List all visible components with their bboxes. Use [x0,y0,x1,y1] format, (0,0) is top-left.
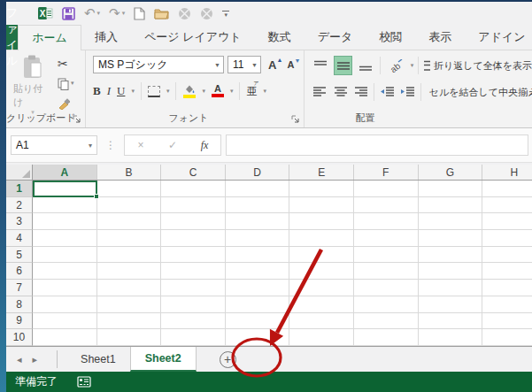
cell[interactable] [419,181,483,197]
cell[interactable] [289,280,354,296]
row-header[interactable]: 7 [6,280,33,296]
column-header[interactable]: F [354,165,419,180]
cell[interactable] [226,313,290,330]
cell[interactable] [354,313,419,330]
cell[interactable] [354,280,419,296]
cell[interactable] [419,296,483,313]
cell[interactable] [354,197,419,214]
name-box-dropdown-icon[interactable]: ▾ [89,142,92,150]
cell[interactable] [33,230,97,247]
row-header[interactable]: 6 [6,263,33,280]
redo-button[interactable]: ↷▾ [109,7,125,19]
cell[interactable] [482,197,532,214]
cell[interactable] [482,280,532,296]
cell[interactable] [97,296,162,313]
cell[interactable] [354,213,419,230]
cell[interactable] [226,197,290,214]
ribbon-tab[interactable]: 表示 [415,25,465,50]
cell[interactable] [161,213,226,230]
cell[interactable] [33,296,97,313]
row-header[interactable]: 5 [6,247,33,264]
font-name-dropdown-icon[interactable]: ▼ [214,62,220,68]
column-header[interactable]: G [419,165,483,180]
cell[interactable] [354,263,419,280]
cell[interactable] [161,247,226,264]
cell[interactable] [226,296,290,313]
tab-file[interactable]: ファイル [6,25,18,50]
align-left-button[interactable] [312,82,328,102]
font-color-dropdown-icon[interactable]: ▾ [230,88,234,95]
cell[interactable] [289,247,354,264]
decrease-indent-button[interactable] [379,82,395,102]
align-right-button[interactable] [353,82,369,102]
ribbon-tab[interactable]: アドイン [465,25,532,50]
cell[interactable] [289,263,354,280]
cell[interactable] [354,230,419,247]
macro-record-icon[interactable] [77,376,91,388]
cell[interactable] [482,230,532,247]
cell[interactable] [289,197,354,214]
bold-button[interactable]: B [93,84,101,98]
column-header[interactable]: D [226,165,290,180]
cell[interactable] [97,181,162,197]
cell[interactable] [354,181,419,197]
cell[interactable] [226,280,290,296]
phonetic-guide-button[interactable]: 亜 ア [246,84,257,99]
cell[interactable] [482,329,532,346]
orientation-dropdown-icon[interactable]: ▾ [411,62,414,69]
cell[interactable] [226,181,290,197]
fill-color-dropdown-icon[interactable]: ▾ [202,88,205,95]
enter-button[interactable]: ✓ [157,139,189,151]
column-header[interactable]: A [33,165,97,180]
cell[interactable] [33,213,97,230]
ribbon-tab[interactable]: 挿入 [81,25,131,50]
cell[interactable] [33,329,97,346]
cell[interactable] [419,230,483,247]
cell[interactable] [289,181,354,197]
orientation-button[interactable]: ab [384,56,405,75]
cut-button[interactable]: ✂ [58,57,74,71]
add-sheet-button[interactable]: + [220,351,236,368]
cell[interactable] [289,296,354,313]
column-header[interactable]: C [161,165,226,180]
save-button[interactable] [62,7,75,20]
cell[interactable] [161,296,226,313]
column-header[interactable]: H [482,165,532,180]
sheet-tab[interactable]: Sheet2 [130,347,197,372]
open-folder-button[interactable] [154,7,169,19]
cell[interactable] [97,313,162,330]
wrap-text-button[interactable]: 折り返して全体を表示 [423,59,532,73]
cell[interactable] [482,313,532,330]
sheet-nav-left-icon[interactable]: ◂ [6,347,33,372]
cell[interactable] [161,197,226,214]
cell[interactable] [289,313,354,330]
ribbon-tab[interactable]: 校閲 [366,25,415,50]
font-dialog-launcher-icon[interactable] [291,115,300,124]
cell[interactable] [482,263,532,280]
align-middle-button[interactable] [334,56,352,75]
cell[interactable] [97,329,162,346]
cell[interactable] [419,197,483,214]
row-header[interactable]: 4 [6,230,33,247]
cell[interactable] [354,247,419,264]
cell[interactable] [419,247,483,264]
cell[interactable] [419,329,483,346]
cell[interactable] [419,213,483,230]
borders-dropdown-icon[interactable]: ▾ [166,88,170,95]
formula-bar-resize-handle[interactable]: ⋮ [97,139,124,151]
sheet-nav-right-icon[interactable]: ▸ [33,347,49,372]
cell[interactable] [161,329,226,346]
active-cell-selection[interactable] [33,181,97,197]
cell[interactable] [33,280,97,296]
ribbon-tab[interactable]: 数式 [255,25,305,50]
cell[interactable] [419,280,483,296]
cancel-button[interactable]: × [125,139,157,151]
row-header[interactable]: 1 [6,181,33,197]
cell[interactable] [33,313,97,330]
cell[interactable] [419,313,483,330]
row-header[interactable]: 8 [6,296,33,313]
underline-dropdown-icon[interactable]: ▾ [131,88,135,95]
cell[interactable] [161,181,226,197]
cell[interactable] [482,181,532,197]
formula-input[interactable] [226,135,528,156]
